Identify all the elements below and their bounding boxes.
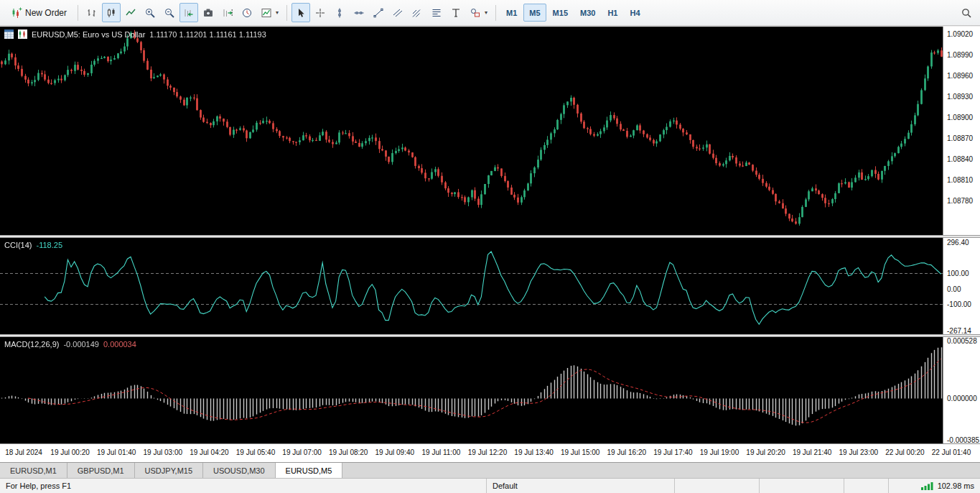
bars-chart-icon	[86, 7, 98, 19]
price-axis: 1.090201.089901.089601.089301.089001.088…	[943, 27, 980, 235]
objects-button[interactable]: ▾	[466, 3, 491, 22]
time-axis-label: 19 Jul 23:00	[839, 448, 879, 456]
timeframe-h1-button[interactable]: H1	[602, 4, 623, 22]
trendline-button[interactable]	[369, 3, 388, 22]
status-segment	[674, 479, 759, 493]
tab-usousd-m30[interactable]: USOUSD,M30	[203, 463, 276, 478]
new-order-button[interactable]: New Order	[4, 3, 73, 22]
vertical-line-icon	[334, 7, 345, 19]
search-icon	[961, 7, 972, 19]
indicators-icon	[261, 7, 272, 19]
time-axis-label: 19 Jul 09:40	[375, 448, 415, 456]
auto-scroll-icon	[183, 7, 195, 19]
snapshot-button[interactable]	[199, 3, 218, 22]
timeframe-m15-button[interactable]: M15	[547, 4, 574, 22]
axis-label: 1.08900	[947, 113, 973, 121]
time-axis-label: 19 Jul 03:00	[144, 448, 183, 456]
time-axis-label: 19 Jul 08:20	[329, 448, 368, 456]
timeframe-m30-button[interactable]: M30	[574, 4, 601, 22]
cci-axis: 296.40100.000.00-100.00-267.14	[943, 238, 980, 334]
zoom-in-icon	[144, 7, 156, 19]
axis-label: 0.000000	[947, 394, 977, 402]
indicators-button[interactable]: ▾	[257, 3, 282, 22]
pitchfork-button[interactable]	[408, 3, 426, 22]
cursor-icon	[295, 7, 307, 19]
connection-status[interactable]: 102.98 ms	[888, 479, 980, 493]
time-axis-label: 19 Jul 04:20	[190, 448, 229, 456]
zoom-out-button[interactable]	[160, 3, 179, 22]
cci-canvas[interactable]	[0, 238, 943, 334]
profile-segment[interactable]: Default	[486, 479, 674, 493]
timeframe-h4-button[interactable]: H4	[624, 4, 645, 22]
new-order-label: New Order	[25, 8, 67, 18]
candlestick-chart-icon	[106, 7, 117, 19]
time-axis-label: 19 Jul 13:40	[514, 448, 554, 456]
time-axis-label: 19 Jul 16:20	[607, 448, 647, 456]
time-axis-label: 22 Jul 00:20	[885, 448, 925, 456]
cursor-button[interactable]	[291, 3, 310, 22]
status-bar: For Help, press F1 Default 102.98 ms	[0, 478, 980, 493]
time-axis-label: 22 Jul 01:40	[932, 448, 971, 456]
zoom-in-button[interactable]	[141, 3, 159, 22]
new-order-icon	[11, 7, 22, 19]
time-axis-label: 18 Jul 2024	[5, 448, 42, 456]
timeframe-m1-button[interactable]: M1	[500, 4, 523, 22]
axis-label: 1.08990	[947, 50, 973, 58]
axis-label: 1.09020	[947, 29, 973, 37]
dropdown-caret: ▾	[276, 9, 279, 16]
vertical-line-button[interactable]	[330, 3, 349, 22]
snapshot-icon	[202, 7, 214, 19]
zoom-out-icon	[164, 7, 175, 19]
timeframe-m5-button[interactable]: M5	[523, 4, 546, 22]
axis-label: 1.08870	[947, 134, 973, 142]
horizontal-line-button[interactable]	[350, 3, 368, 22]
fibonacci-button[interactable]	[427, 3, 446, 22]
time-axis-label: 19 Jul 11:00	[422, 448, 461, 456]
macd-axis: 0.0005280.000000-0.000385	[943, 337, 980, 443]
tab-eurusd-m5[interactable]: EURUSD,M5	[276, 463, 343, 478]
profile-name: Default	[493, 482, 518, 490]
text-button[interactable]	[447, 3, 465, 22]
status-segment	[844, 479, 888, 493]
crosshair-button[interactable]	[311, 3, 330, 22]
panel-splitter[interactable]	[0, 334, 980, 337]
axis-label: 1.08780	[947, 196, 973, 204]
axis-label: 1.08840	[947, 155, 973, 162]
search-button[interactable]	[957, 3, 976, 22]
time-axis-label: 19 Jul 20:20	[746, 448, 785, 456]
time-axis-label: 19 Jul 12:20	[468, 448, 508, 456]
axis-label: 0.000528	[947, 336, 977, 344]
time-axis-label: 19 Jul 17:40	[653, 448, 693, 456]
chart-shift-icon	[222, 7, 233, 19]
toolbar-separator	[286, 5, 287, 21]
status-segment	[759, 479, 844, 493]
trendline-icon	[373, 7, 384, 19]
axis-label: -267.14	[947, 326, 971, 334]
period-button[interactable]	[238, 3, 256, 22]
tab-usdjpy-m15[interactable]: USDJPY,M15	[135, 463, 203, 478]
main-toolbar: New Order	[0, 0, 980, 26]
line-chart-icon	[125, 7, 136, 19]
candlestick-canvas[interactable]	[0, 27, 943, 235]
signal-bars-icon	[921, 482, 934, 490]
time-axis-label: 19 Jul 00:20	[50, 448, 90, 456]
dropdown-caret: ▾	[485, 9, 487, 16]
candlestick-chart-button[interactable]	[102, 3, 121, 22]
tab-eurusd-m1[interactable]: EURUSD,M1	[0, 463, 67, 478]
clock-icon	[241, 7, 253, 19]
bars-chart-button[interactable]	[83, 3, 101, 22]
panel-splitter[interactable]	[0, 235, 980, 238]
tab-gbpusd-m1[interactable]: GBPUSD,M1	[67, 463, 135, 478]
toolbar-separator	[495, 5, 496, 21]
channel-button[interactable]	[388, 3, 407, 22]
macd-canvas[interactable]	[0, 337, 943, 443]
price-panel: EURUSD,M5: Euro vs US Dollar 1.11170 1.1…	[0, 27, 943, 235]
terminal-window: New Order	[0, 0, 980, 493]
auto-scroll-button[interactable]	[179, 3, 198, 22]
line-chart-button[interactable]	[121, 3, 140, 22]
time-scale[interactable]: 18 Jul 202419 Jul 00:2019 Jul 01:4019 Ju…	[0, 443, 980, 462]
axis-label: 0.00	[947, 285, 961, 292]
toolbar-separator	[78, 5, 78, 21]
chart-shift-button[interactable]	[218, 3, 237, 22]
axis-label: -100.00	[947, 300, 971, 308]
